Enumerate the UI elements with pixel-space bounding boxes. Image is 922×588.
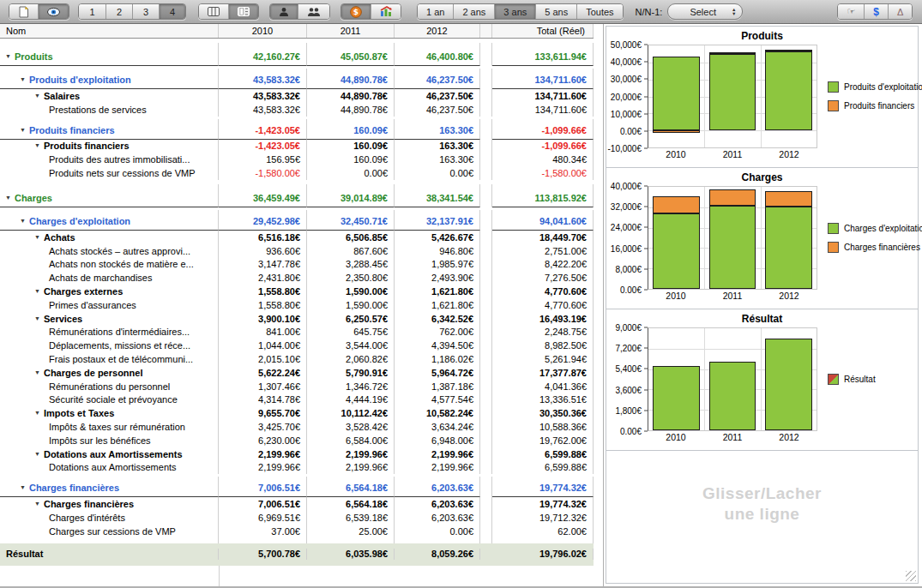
table-row[interactable]: ▼Services3,900.10€6,250.57€6,342.52€16,4…	[0, 312, 594, 326]
cell-value: 44,890.78€	[340, 91, 388, 102]
segment-period-1-an[interactable]: 1 an	[418, 4, 453, 19]
row-label: Achats stockés – autres approvi...	[49, 246, 190, 257]
table-row[interactable]: ▼Charges36,459.49€39,014.89€38,341.54€11…	[0, 184, 594, 207]
segment-period-2-ans[interactable]: 2 ans	[453, 4, 494, 19]
cell-value: 160.09€	[353, 125, 388, 136]
compare-toggle: ☞ $ Δ	[837, 3, 913, 20]
cell-value: 480.34€	[552, 154, 587, 165]
cell-value: 5,964.72€	[431, 368, 473, 379]
disclosure-triangle-icon[interactable]: ▼	[34, 285, 40, 297]
segment-page-1[interactable]: 1	[79, 4, 105, 19]
table-row[interactable]: ▼Produits financiers-1,423.05€160.09€163…	[0, 119, 594, 140]
table-row[interactable]: Rémunérations d'intermédiaires...841.00€…	[0, 326, 594, 339]
table-row[interactable]: ▼Produits42,160.27€45,050.87€46,400.80€1…	[0, 43, 594, 66]
cell-value: 62.00€	[557, 526, 587, 537]
table-row[interactable]: Primes d'assurances1,558.80€1,590.00€1,6…	[0, 298, 594, 312]
disclosure-triangle-icon[interactable]: ▼	[34, 367, 40, 378]
segment-period-toutes[interactable]: Toutes	[576, 4, 622, 19]
disclosure-triangle-icon[interactable]: ▼	[34, 313, 40, 324]
column-header-2010[interactable]: 2010	[219, 24, 307, 38]
disclosure-triangle-icon[interactable]: ▼	[20, 482, 26, 493]
eye-segment[interactable]	[38, 4, 69, 19]
cell-value: 2,493.90€	[431, 273, 473, 284]
table-row[interactable]: Impôts & taxes sur rémunération3,425.70€…	[0, 420, 594, 434]
select-dropdown[interactable]: Select ▲▼	[667, 3, 743, 20]
cell-value: 163.30€	[439, 125, 473, 136]
table-row[interactable]: ▼Produits financiers-1,423.05€160.09€163…	[0, 140, 594, 153]
disclosure-triangle-icon[interactable]: ▼	[34, 140, 40, 151]
table-row[interactable]: Rémunérations du personnel1,307.46€1,346…	[0, 380, 594, 393]
disclosure-triangle-icon[interactable]: ▼	[34, 407, 40, 418]
list-view-segment[interactable]	[228, 4, 258, 19]
segment-page-4[interactable]: 4	[159, 4, 185, 19]
table-row[interactable]: ▼Salaires43,583.32€44,890.78€46,237.50€1…	[0, 89, 594, 103]
x-axis-labels: 201020112012	[648, 431, 817, 444]
resize-grip[interactable]	[906, 571, 916, 581]
table-row[interactable]: Déplacements, missions et réce...1,044.0…	[0, 339, 594, 352]
chart-segment[interactable]	[371, 4, 401, 19]
disclosure-triangle-icon[interactable]: ▼	[20, 124, 26, 135]
table-row[interactable]: ▼Charges de personnel5,622.24€5,790.91€5…	[0, 366, 594, 380]
disclosure-triangle-icon[interactable]: ▼	[34, 231, 40, 243]
table-row[interactable]: Charges d'intérêts6,969.51€6,539.18€6,20…	[0, 511, 594, 525]
table-row[interactable]: ▼Produits d'exploitation43,583.32€44,890…	[0, 69, 594, 89]
segment-page-3[interactable]: 3	[132, 4, 159, 19]
table-row[interactable]: ▼Charges externes1,558.80€1,590.00€1,621…	[0, 285, 594, 298]
columns-view-icon	[208, 7, 220, 16]
table-row[interactable]: ▼Charges financières7,006.51€6,564.18€6,…	[0, 497, 594, 511]
table-row[interactable]: Produits des autres immobilisati...156.9…	[0, 153, 594, 166]
table-row[interactable]: Achats de marchandises2,431.80€2,350.80€…	[0, 271, 594, 285]
cell-value: -1,423.05€	[255, 141, 300, 152]
table-row[interactable]: Achats non stockés de matière e...3,147.…	[0, 258, 594, 272]
cell-value: 19,796.02€	[539, 549, 587, 560]
column-header-nom[interactable]: Nom	[0, 24, 219, 38]
column-header-2012[interactable]: 2012	[395, 24, 480, 38]
drop-target[interactable]: Glisser/Lacher une ligne	[606, 450, 919, 584]
columns-view-segment[interactable]	[199, 4, 228, 19]
table-row[interactable]: ▼Charges d'exploitation29,452.98€32,450.…	[0, 210, 594, 231]
disclosure-triangle-icon[interactable]: ▼	[5, 51, 11, 62]
segment-period-3-ans[interactable]: 3 ans	[494, 4, 535, 19]
result-row[interactable]: Résultat5,700.78€6,035.98€8,059.26€19,79…	[0, 543, 594, 566]
table-row[interactable]: Frais postaux et de télécommuni...2,015.…	[0, 352, 594, 366]
cell-value: 32,137.91€	[426, 216, 473, 227]
cell-value: 1,044.00€	[258, 340, 300, 351]
dollar-segment[interactable]: $	[864, 4, 888, 19]
cell-value: 5,700.78€	[258, 549, 300, 560]
color-chart-icon	[380, 6, 392, 17]
cell-value: 46,237.50€	[426, 75, 473, 86]
table-row[interactable]: ▼Dotations aux Amortissements2,199.96€2,…	[0, 447, 594, 461]
plot-area	[648, 327, 817, 431]
two-persons-segment[interactable]	[298, 4, 329, 19]
disclosure-triangle-icon[interactable]: ▼	[20, 215, 26, 226]
cell-value: 8,982.50€	[545, 340, 587, 351]
document-segment[interactable]	[9, 4, 38, 19]
disclosure-triangle-icon[interactable]: ▼	[34, 498, 40, 509]
svg-text:$: $	[353, 8, 359, 16]
table-row[interactable]: Sécurité sociale et prévoyance4,314.78€4…	[0, 393, 594, 407]
single-person-segment[interactable]	[270, 4, 298, 19]
delta-segment[interactable]: Δ	[888, 4, 912, 19]
disclosure-triangle-icon[interactable]: ▼	[5, 192, 11, 203]
column-header-total-(réel)[interactable]: Total (Réel)	[492, 24, 594, 38]
cell-value: 2,199.96€	[258, 449, 300, 460]
disclosure-triangle-icon[interactable]: ▼	[34, 448, 40, 459]
segment-period-5-ans[interactable]: 5 ans	[535, 4, 576, 19]
table-row[interactable]: ▼Charges financières7,006.51€6,564.18€6,…	[0, 477, 594, 497]
table-row[interactable]: Prestations de services43,583.32€44,890.…	[0, 103, 594, 117]
row-label: Frais postaux et de télécommuni...	[49, 354, 193, 365]
table-row[interactable]: Charges sur cessions de VMP37.00€25.00€0…	[0, 525, 594, 538]
table-row[interactable]: Impôts sur les bénéfices6,230.00€6,584.0…	[0, 434, 594, 447]
currency-segment[interactable]: $	[341, 4, 371, 19]
column-header-2011[interactable]: 2011	[307, 24, 395, 38]
table-row[interactable]: ▼Achats6,516.18€6,506.85€5,426.67€18,449…	[0, 231, 594, 244]
table-row[interactable]: Produits nets sur cessions de VMP-1,580.…	[0, 166, 594, 180]
segment-page-2[interactable]: 2	[105, 4, 132, 19]
table-row[interactable]: Dotations aux Amortissements2,199.96€2,1…	[0, 461, 594, 475]
disclosure-triangle-icon[interactable]: ▼	[20, 74, 26, 85]
table-row[interactable]: Achats stockés – autres approvi...936.60…	[0, 244, 594, 258]
disclosure-triangle-icon[interactable]: ▼	[34, 90, 40, 101]
hand-segment[interactable]: ☞	[838, 4, 864, 19]
main-content: Nom201020112012Total (Réel) ▼Produits42,…	[0, 24, 922, 586]
table-row[interactable]: ▼Impots et Taxes9,655.70€10,112.42€10,58…	[0, 406, 594, 420]
